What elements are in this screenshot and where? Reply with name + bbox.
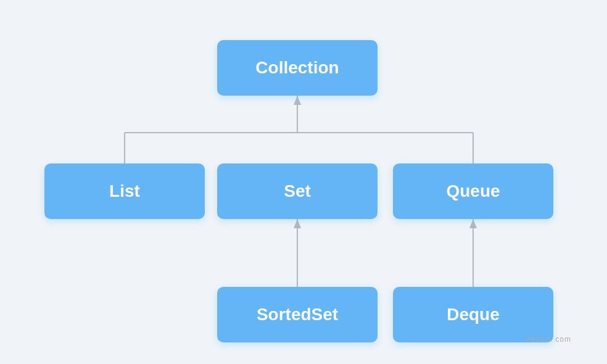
collection-node: Collection — [217, 40, 378, 96]
queue-label: Queue — [446, 181, 500, 201]
queue-node: Queue — [393, 163, 553, 219]
diagram-container: Collection List Set Queue SortedSet Dequ… — [26, 15, 581, 349]
svg-marker-6 — [294, 219, 301, 228]
set-node: Set — [217, 163, 378, 219]
sortedset-node: SortedSet — [217, 287, 378, 342]
watermark: nhooo. com — [526, 335, 571, 344]
list-node: List — [44, 163, 205, 219]
list-label: List — [109, 181, 140, 201]
sortedset-label: SortedSet — [257, 305, 338, 325]
svg-marker-8 — [469, 219, 477, 228]
set-label: Set — [284, 181, 311, 201]
collection-label: Collection — [255, 58, 339, 78]
deque-node: Deque — [393, 287, 553, 342]
svg-marker-4 — [294, 96, 301, 105]
deque-label: Deque — [447, 305, 500, 325]
